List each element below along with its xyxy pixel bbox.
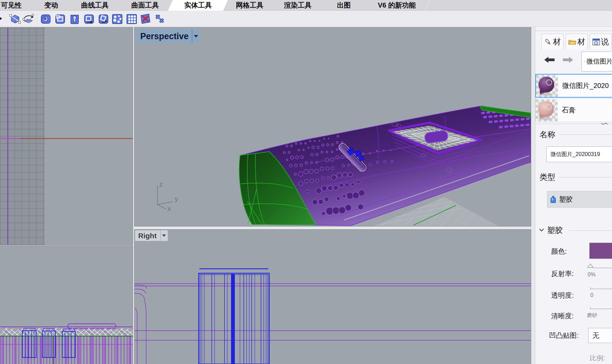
right-ortho-scene [134, 230, 531, 364]
scatter-holes-icon[interactable] [111, 13, 123, 25]
material-name-value: 微信图片_20200319 [550, 151, 600, 158]
right-viewport[interactable]: Right [134, 230, 531, 364]
material-name-input[interactable]: 微信图片_20200319 [546, 146, 612, 162]
type-section-title: 类型 [539, 172, 555, 183]
material-thumbnail-pink [536, 99, 558, 121]
reflectivity-slider-handle[interactable] [587, 263, 594, 268]
plastic-section-title: 塑胶 [547, 225, 563, 236]
tab-mesh-tools[interactable]: 网格工具 [223, 0, 276, 11]
tab-render-tools[interactable]: 渲染工具 [271, 0, 324, 11]
bump-map-dropdown[interactable]: 无 [588, 328, 612, 343]
help-icon [592, 38, 600, 46]
tab-help-label: 说 [601, 36, 609, 47]
paintbrush-icon [544, 38, 552, 46]
bump-map-value: 无 [592, 331, 599, 340]
left-bottom-viewport[interactable] [0, 246, 133, 364]
panel-top-rule [535, 31, 612, 31]
material-properties-panel: 材 材 说 微信图片 [535, 27, 612, 364]
current-material-name: 微信图片 [587, 57, 612, 66]
material-name-label: 石膏 [562, 106, 576, 115]
left-profile-curves [134, 285, 147, 364]
delete-hole-icon[interactable] [139, 13, 152, 25]
selected-block[interactable] [199, 269, 269, 364]
menu-tabbar: 可见性 变动 曲线工具 曲面工具 实体工具 网格工具 渲染工具 出图 V6 的新… [0, 0, 612, 11]
scale-label: 比例: [590, 353, 605, 363]
cplane-grid [0, 27, 45, 245]
rotate-solid-icon[interactable] [22, 13, 34, 25]
list-resize-handle[interactable] [601, 122, 608, 126]
folder-icon [568, 38, 576, 45]
tab-visibility[interactable]: 可见性 [0, 0, 35, 11]
merge-holes-icon[interactable] [153, 13, 166, 25]
type-section-rule [559, 177, 612, 177]
color-label: 颜色: [551, 247, 567, 256]
axis-y-label: y [175, 195, 178, 202]
bottle-icon [550, 196, 556, 203]
tab-material-library-label: 材 [577, 36, 585, 47]
bump-map-label: 凹凸贴图: [549, 331, 579, 340]
perspective-label: Perspective [137, 30, 192, 43]
y-axis-line [8, 27, 8, 245]
material-thumbnail-purple [536, 75, 558, 97]
transparency-label: 透明度: [551, 291, 574, 300]
reflectivity-label: 反射率: [551, 269, 574, 278]
left-top-viewport[interactable] [0, 27, 133, 245]
reflectivity-slider-track[interactable] [593, 268, 612, 268]
axis-x-label: x [167, 205, 171, 212]
material-name-label: 微信图片_2020 [562, 81, 609, 90]
box-shear-icon[interactable] [9, 13, 21, 25]
tab-v6-new[interactable]: V6 的新功能 [363, 0, 430, 11]
tab-curve-tools[interactable]: 曲线工具 [68, 0, 122, 11]
forward-arrow[interactable] [562, 56, 574, 65]
tab-solid-tools[interactable]: 实体工具 [168, 0, 228, 11]
tab-surface-tools[interactable]: 曲面工具 [117, 0, 173, 11]
rotate-hole-icon[interactable] [97, 13, 110, 25]
perspective-dropdown-arrow[interactable] [192, 30, 199, 43]
round-hole-icon[interactable] [40, 13, 52, 25]
right-label: Right [135, 230, 160, 241]
name-section-title: 名称 [539, 129, 555, 140]
slot-hole-icon[interactable] [68, 13, 81, 25]
tab-material-library[interactable]: 材 [566, 34, 588, 49]
clarity-value: 磨砂 [587, 312, 597, 319]
perspective-scene: z y x [134, 27, 531, 226]
perspective-viewport[interactable]: z y x Perspective [134, 27, 531, 226]
transparency-value: 0 [590, 292, 593, 298]
material-row-wechat[interactable]: 微信图片_2020 [535, 74, 612, 98]
array-holes-icon[interactable] [125, 13, 138, 25]
perspective-viewport-title[interactable]: Perspective [137, 30, 199, 43]
move-hole-icon[interactable] [83, 13, 95, 25]
clarity-label: 清晰度: [551, 311, 574, 321]
plastic-section-rule [569, 230, 612, 231]
back-arrow[interactable] [544, 56, 555, 65]
material-type-dropdown[interactable]: 塑胶 [547, 191, 612, 208]
name-section-rule [559, 134, 612, 135]
current-material-dropdown[interactable]: 微信图片 [581, 52, 612, 71]
material-type-value: 塑胶 [559, 195, 573, 204]
tab-layout[interactable]: 出图 [319, 0, 368, 11]
tab-help[interactable]: 说 [590, 34, 612, 49]
transparency-slider-track[interactable] [590, 289, 612, 289]
tab-material-edit-label: 材 [553, 36, 561, 47]
tab-transform[interactable]: 变动 [30, 0, 73, 11]
left-bottom-wireframe [0, 246, 133, 364]
x-axis-line-red [21, 138, 133, 139]
viewport-area: z y x Perspective [0, 27, 535, 364]
bottle-icon [584, 57, 584, 66]
place-hole-icon[interactable] [54, 13, 66, 25]
material-row-plaster[interactable]: 石膏 [535, 98, 612, 122]
reflectivity-value: 0% [588, 272, 595, 278]
right-viewport-title[interactable]: Right [135, 230, 168, 241]
clarity-slider-track[interactable] [590, 309, 612, 309]
color-swatch[interactable] [589, 243, 612, 259]
collapse-chevron-icon[interactable] [539, 228, 544, 232]
right-dropdown-arrow[interactable] [160, 230, 168, 241]
axis-line-purple [0, 138, 21, 139]
extrude-partial-icon[interactable] [0, 13, 7, 25]
tab-material-edit[interactable]: 材 [542, 34, 564, 49]
axis-z-label: z [159, 180, 163, 188]
solid-tools-toolbar [0, 11, 612, 27]
